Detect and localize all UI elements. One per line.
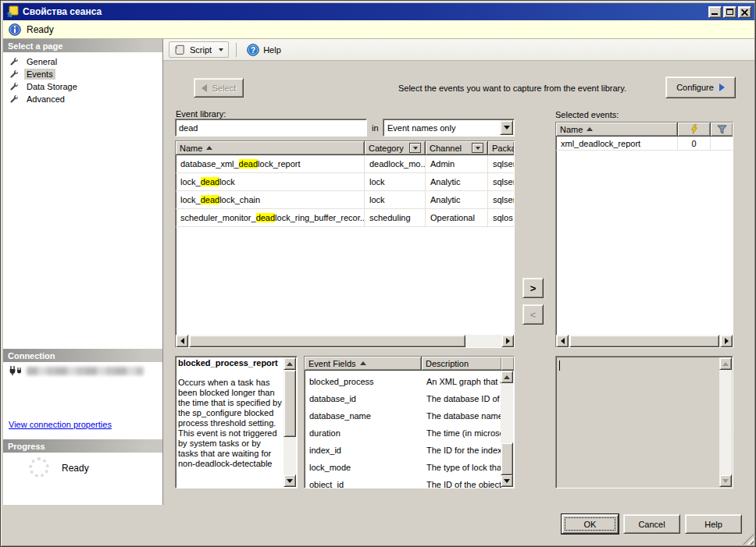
scrollbar-thumb[interactable] [569,335,719,347]
selected-events-label: Selected events: [555,110,619,119]
scroll-down-button[interactable] [284,474,296,487]
help-button[interactable]: ? Help [244,42,284,58]
sidebar-item-advanced[interactable]: Advanced [3,93,162,105]
column-header-name[interactable]: Name [556,123,678,136]
column-header-event-fields[interactable]: Event Fields [305,357,422,370]
column-header-category[interactable]: Category [365,141,426,155]
close-button[interactable] [738,6,751,18]
table-row[interactable]: database_name The database name of ... [305,407,501,424]
scroll-up-button[interactable] [719,357,732,370]
filters-count-cell: 0 [678,137,711,150]
category-cell: lock [365,173,426,190]
maximize-button[interactable] [723,6,736,18]
scrollbar-thumb[interactable] [189,335,465,347]
sidebar-item-events[interactable]: Events [3,68,162,80]
selected-events-table: Name xml_deadlock_report 0 [555,122,733,348]
table-row[interactable]: xml_deadlock_report 0 [556,137,733,151]
scrollbar-thumb[interactable] [284,370,296,437]
sidebar-divider [162,39,163,505]
table-row[interactable]: database_id The database ID of the... [305,390,501,407]
sidebar-item-general[interactable]: General [3,55,162,68]
scrollbar-track[interactable] [719,370,732,474]
event-fields-rows: blocked_process An XML graph that des...… [305,371,501,488]
configure-button[interactable]: Configure [665,76,736,98]
category-filter-button[interactable] [409,143,421,153]
ok-button[interactable]: OK [562,514,619,534]
description-cell: The time (in microsecon... [422,424,501,442]
package-cell: sqlserver [488,173,514,190]
event-name: lock_report [258,159,300,169]
event-fields-table: Event Fields Description blocked_process… [304,356,515,488]
package-cell: sqlos [488,209,514,226]
scope-dropdown[interactable]: Event names only [383,119,515,137]
scrollbar-thumb[interactable] [501,442,513,475]
minimize-button[interactable] [708,6,722,18]
selected-event-description-box[interactable] [555,356,733,488]
event-name: lock [219,177,235,186]
dropdown-arrow-button[interactable] [500,120,513,135]
table-row[interactable]: lock_deadlock lock Analytic sqlserver [176,173,514,191]
channel-cell: Analytic [426,173,488,190]
arrow-right-icon [506,338,510,344]
header-filler [501,357,514,370]
arrow-right-icon [725,338,729,344]
resize-grip[interactable] [743,534,754,545]
channel-filter-button[interactable] [472,143,483,153]
table-row[interactable]: index_id The ID for the index on ... [305,442,501,459]
sidebar-item-data-storage[interactable]: Data Storage [3,80,162,93]
sort-ascending-icon [206,146,212,150]
scrollbar-track[interactable] [569,335,720,347]
column-header-package[interactable]: Package [488,141,514,155]
horizontal-scrollbar[interactable] [556,335,733,347]
add-event-button[interactable]: > [522,278,544,298]
table-row[interactable]: blocked_process An XML graph that des... [305,373,501,390]
vertical-scrollbar[interactable] [284,357,296,487]
select-button[interactable]: Select [194,78,244,98]
column-header-name[interactable]: Name [176,141,365,155]
scrollbar-track[interactable] [284,370,296,474]
select-a-page-header: Select a page [3,39,162,52]
scroll-right-button[interactable] [501,335,514,347]
column-header-filter[interactable] [711,123,733,136]
arrow-left-icon [561,338,565,344]
progress-header: Progress [3,439,162,453]
scroll-left-button[interactable] [176,335,188,347]
table-row[interactable]: object_id The ID of the object t... [305,476,501,488]
scrollbar-track[interactable] [188,335,501,347]
scroll-left-button[interactable] [556,335,569,347]
column-header-label: Name [560,125,583,134]
scroll-down-button[interactable] [719,474,732,487]
table-row[interactable]: lock_deadlock_chain lock Analytic sqlser… [176,191,514,209]
view-connection-properties-link[interactable]: View connection properties [9,420,112,429]
titlebar[interactable]: Свойства сеанса [3,3,754,20]
vertical-scrollbar[interactable] [719,357,732,487]
app-icon [6,5,19,18]
scroll-up-button[interactable] [284,357,296,370]
scroll-up-button[interactable] [501,371,513,383]
wrench-icon [9,57,19,66]
search-input[interactable] [175,119,367,137]
vertical-scrollbar[interactable] [501,371,513,487]
table-row[interactable]: lock_mode The type of lock that w... [305,459,501,476]
table-row[interactable]: duration The time (in microsecon... [305,424,501,442]
scrollbar-track[interactable] [501,383,513,474]
event-library-label: Event library: [176,109,226,119]
column-header-description[interactable]: Description [422,357,501,370]
script-button[interactable]: Script [169,41,229,58]
filter-cell [711,137,733,150]
cancel-button[interactable]: Cancel [623,514,680,534]
table-row[interactable]: scheduler_monitor_deadlock_ring_buffer_r… [176,209,514,227]
column-header-filters[interactable] [678,123,711,136]
table-row[interactable]: database_xml_deadlock_report deadlock_mo… [176,155,514,173]
horizontal-scrollbar[interactable] [176,335,514,347]
remove-event-button[interactable]: < [522,304,544,325]
help-button[interactable]: Help [685,514,742,534]
event-library-header-row: Name Category Channel Package [176,141,514,155]
sidebar-item-label: Events [24,69,55,80]
script-dropdown-icon[interactable] [219,48,223,52]
column-header-channel[interactable]: Channel [426,141,488,155]
scroll-right-button[interactable] [720,335,733,347]
description-cell: The database name of ... [422,407,501,424]
scroll-down-button[interactable] [501,474,513,487]
connection-plug-icon [9,365,23,378]
